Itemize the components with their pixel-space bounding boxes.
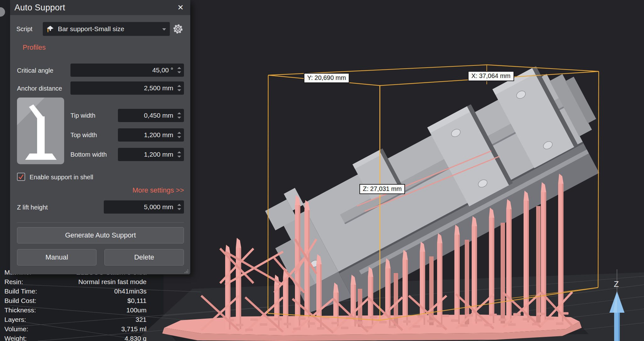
check-icon: [18, 173, 25, 180]
stat-row: Volume:3,715 ml: [4, 324, 147, 334]
support-shape-preview: [17, 98, 64, 164]
chevron-down-icon: [162, 28, 166, 31]
spinner-arrows[interactable]: [177, 112, 181, 119]
generate-auto-support-button[interactable]: Generate Auto Support: [17, 227, 184, 243]
spinner-arrows[interactable]: [177, 151, 181, 158]
top-width-field[interactable]: 1,200 mm: [118, 128, 184, 142]
spinner-arrows[interactable]: [177, 132, 181, 138]
dim-label-z: Z: 27,031 mm: [359, 184, 405, 194]
stat-row: Resin:Normal resin fast mode: [4, 277, 147, 287]
anchor-distance-label: Anchor distance: [17, 85, 62, 92]
gear-icon[interactable]: [172, 23, 184, 35]
spinner-arrows[interactable]: [177, 85, 181, 91]
manual-button[interactable]: Manual: [17, 249, 97, 266]
stat-row: Thickness:100um: [4, 305, 147, 315]
delete-button[interactable]: Delete: [104, 249, 184, 266]
bottom-width-label: Bottom width: [70, 151, 107, 158]
script-label: Script: [16, 25, 32, 33]
more-settings-link[interactable]: More settings >>: [132, 186, 184, 194]
panel-titlebar[interactable]: Auto Support: [10, 0, 190, 15]
auto-support-panel: Auto Support ✕ Script Bar support-Small …: [10, 0, 190, 274]
enable-support-in-shell-checkbox[interactable]: [17, 173, 25, 181]
profiles-link[interactable]: Profiles: [23, 43, 46, 52]
enable-support-in-shell-label: Enable support in shell: [30, 174, 93, 181]
spinner-arrows[interactable]: [177, 204, 181, 210]
top-width-label: Top width: [70, 131, 97, 139]
dim-label-x: X: 37,064 mm: [468, 71, 514, 81]
spinner-arrows[interactable]: [177, 67, 181, 73]
z-lift-height-label: Z lift height: [17, 204, 48, 211]
dim-label-y: Y: 20,690 mm: [304, 73, 349, 83]
stat-row: Build Cost:$0,111: [4, 296, 147, 305]
z-lift-height-field[interactable]: 5,000 mm: [104, 200, 184, 214]
script-value: Bar support-Small size: [58, 25, 124, 33]
panel-title: Auto Support: [14, 3, 65, 13]
stat-row: Layers:321: [4, 315, 147, 324]
tip-width-label: Tip width: [70, 112, 95, 119]
critical-angle-field[interactable]: 45,00 °: [70, 64, 184, 77]
anchor-distance-field[interactable]: 2,500 mm: [70, 81, 184, 95]
stat-row: Build Time:0h41min3s: [4, 287, 147, 296]
tip-width-field[interactable]: 0,450 mm: [118, 109, 184, 122]
stat-row: Weight:4,830 g: [4, 334, 147, 341]
script-dropdown[interactable]: Bar support-Small size: [43, 22, 170, 36]
script-icon: [46, 25, 54, 33]
resize-grip[interactable]: [185, 269, 188, 273]
critical-angle-label: Critical angle: [17, 67, 53, 74]
app-window: Y: 20,690 mm X: 37,064 mm Z: 27,031 mm Z…: [0, 0, 644, 341]
bottom-width-field[interactable]: 1,200 mm: [118, 148, 184, 161]
z-axis-label: Z: [614, 279, 619, 289]
divider: [17, 222, 184, 223]
close-icon[interactable]: ✕: [175, 2, 186, 13]
print-stats: Machine:ELEGOO Saturn 3 Ultra Resin:Norm…: [4, 268, 147, 341]
